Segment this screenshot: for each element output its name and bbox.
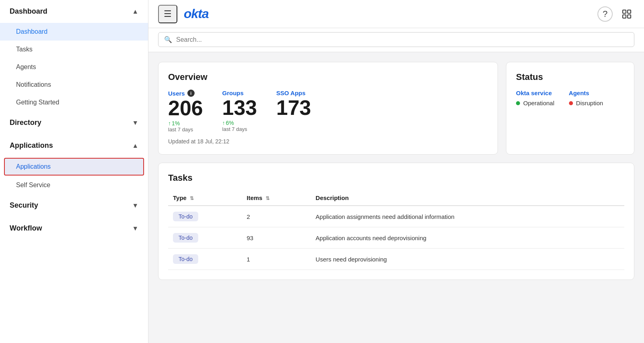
okta-service-status: Operational (516, 100, 555, 106)
users-info-icon: i (187, 90, 195, 97)
svg-rect-1 (628, 10, 631, 13)
agents-status-label: Agents (569, 90, 603, 96)
task-desc-cell: Application accounts need deprovisioning (311, 227, 624, 249)
sidebar-section-label: Workflow (10, 224, 42, 233)
users-change-percent: 1% (172, 120, 180, 127)
task-type-cell: To-do (168, 249, 242, 270)
table-row: To-do 93 Application accounts need depro… (168, 227, 624, 249)
table-row: To-do 1 Users need deprovisioning (168, 249, 624, 270)
todo-badge: To-do (173, 254, 198, 264)
col-description: Description (311, 190, 624, 206)
header: ☰ okta ? (148, 0, 644, 28)
sidebar-section-dashboard[interactable]: Dashboard ▲ (0, 0, 148, 23)
sidebar-item-applications[interactable]: Applications (4, 158, 144, 176)
chevron-down-icon: ▼ (132, 202, 138, 209)
green-dot-icon (516, 101, 520, 105)
sidebar-section-label: Dashboard (10, 7, 47, 16)
tasks-table: Type ⇅ Items ⇅ Description To-do (168, 190, 624, 270)
col-items[interactable]: Items ⇅ (242, 190, 311, 206)
sidebar-item-notifications[interactable]: Notifications (0, 76, 148, 94)
overview-card: Overview Users i 206 ↑ 1% last 7 day (158, 62, 498, 155)
search-icon: 🔍 (164, 36, 172, 43)
chevron-up-icon: ▲ (132, 142, 138, 149)
agents-col: Agents Disruption (569, 90, 603, 106)
okta-service-col: Okta service Operational (516, 90, 555, 106)
help-icon[interactable]: ? (597, 6, 613, 22)
users-period: last 7 days (168, 127, 203, 133)
search-input-wrap[interactable]: 🔍 (158, 32, 634, 47)
stats-row: Users i 206 ↑ 1% last 7 days Group (168, 90, 488, 133)
sidebar: Dashboard ▲ Dashboard Tasks Agents Notif… (0, 0, 148, 343)
svg-rect-2 (623, 15, 626, 18)
grid-icon[interactable] (619, 6, 634, 22)
task-type-cell: To-do (168, 206, 242, 227)
chevron-down-icon: ▼ (132, 119, 138, 127)
task-desc-cell: Users need deprovisioning (311, 249, 624, 270)
sort-items-icon: ⇅ (266, 196, 270, 201)
okta-logo: okta (184, 6, 209, 21)
sidebar-section-applications[interactable]: Applications ▲ (0, 134, 148, 157)
sidebar-item-tasks[interactable]: Tasks (0, 41, 148, 58)
svg-rect-3 (628, 15, 631, 18)
status-cols: Okta service Operational Agents Disrupti… (516, 90, 624, 106)
svg-rect-0 (623, 10, 626, 13)
sidebar-section-label: Directory (10, 118, 41, 127)
status-card: Status Okta service Operational Agents (506, 62, 634, 155)
groups-change-percent: 6% (226, 120, 234, 126)
search-bar: 🔍 (148, 28, 644, 52)
todo-badge: To-do (173, 212, 198, 221)
chevron-down-icon: ▼ (132, 225, 138, 232)
groups-stat: Groups 133 ↑ 6% last 7 days (222, 90, 257, 132)
sidebar-section-label: Applications (10, 141, 53, 150)
sso-count: 173 (276, 97, 311, 118)
sso-label: SSO Apps (276, 90, 306, 96)
main-content: ☰ okta ? 🔍 Overview (148, 0, 644, 343)
hamburger-button[interactable]: ☰ (158, 5, 177, 23)
cards-row: Overview Users i 206 ↑ 1% last 7 day (158, 62, 634, 155)
sidebar-item-dashboard[interactable]: Dashboard (0, 23, 148, 41)
agents-status: Disruption (569, 100, 603, 106)
okta-service-label: Okta service (516, 90, 555, 96)
sort-type-icon: ⇅ (190, 196, 194, 201)
task-items-cell: 1 (242, 249, 311, 270)
users-stat: Users i 206 ↑ 1% last 7 days (168, 90, 203, 133)
tasks-title: Tasks (168, 173, 624, 183)
col-type[interactable]: Type ⇅ (168, 190, 242, 206)
content-area: Overview Users i 206 ↑ 1% last 7 day (148, 52, 644, 343)
users-count: 206 (168, 98, 203, 118)
groups-count: 133 (222, 97, 257, 118)
task-items-cell: 93 (242, 227, 311, 249)
search-input[interactable] (176, 36, 628, 43)
task-desc-cell: Application assignments need additional … (311, 206, 624, 227)
red-dot-icon (569, 101, 573, 105)
users-change-icon: ↑ (168, 120, 171, 127)
sidebar-section-label: Security (10, 201, 38, 210)
overview-title: Overview (168, 72, 488, 82)
table-row: To-do 2 Application assignments need add… (168, 206, 624, 227)
task-items-cell: 2 (242, 206, 311, 227)
task-type-cell: To-do (168, 227, 242, 249)
groups-period: last 7 days (222, 126, 257, 132)
sidebar-section-workflow[interactable]: Workflow ▼ (0, 217, 148, 240)
sso-stat: SSO Apps 173 (276, 90, 311, 118)
sidebar-item-agents[interactable]: Agents (0, 58, 148, 76)
sidebar-item-self-service[interactable]: Self Service (0, 176, 148, 194)
sidebar-item-getting-started[interactable]: Getting Started (0, 94, 148, 111)
chevron-up-icon: ▲ (132, 8, 138, 15)
groups-label: Groups (222, 90, 244, 96)
groups-change-icon: ↑ (222, 120, 225, 126)
updated-text: Updated at 18 Jul, 22:12 (168, 138, 488, 145)
users-label: Users (168, 90, 185, 97)
sidebar-section-security[interactable]: Security ▼ (0, 194, 148, 217)
sidebar-section-directory[interactable]: Directory ▼ (0, 111, 148, 134)
tasks-card: Tasks Type ⇅ Items ⇅ Description (158, 163, 634, 280)
todo-badge: To-do (173, 233, 198, 243)
status-title: Status (516, 72, 624, 82)
